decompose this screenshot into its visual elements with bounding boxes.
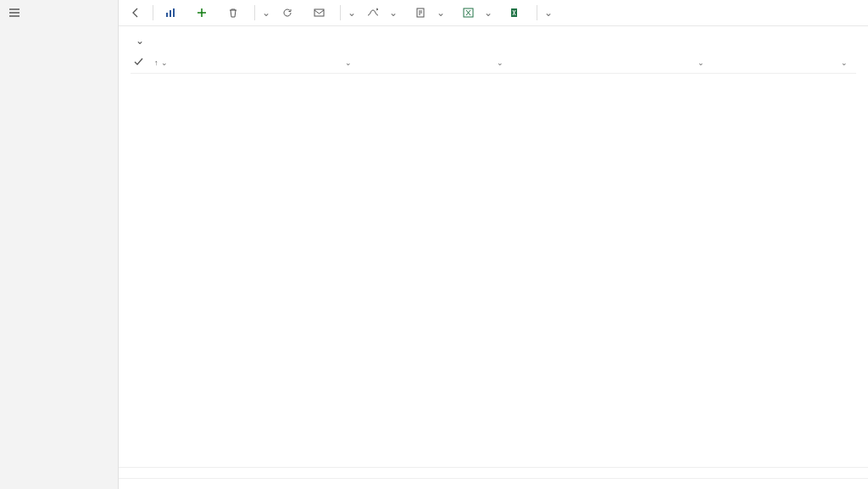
sidebar (0, 0, 119, 489)
delete-button[interactable] (221, 3, 249, 22)
grid: ↑ ⌄ ⌄ ⌄ ⌄ ⌄ (119, 52, 868, 467)
trash-icon (227, 7, 239, 19)
excel-icon (462, 7, 474, 19)
separator (340, 5, 341, 20)
chevron-down-icon: ⌄ (841, 58, 848, 67)
sort-asc-icon: ↑ (154, 58, 159, 67)
show-chart-button[interactable] (159, 3, 186, 22)
col-plan-name[interactable]: ↑ ⌄ (147, 58, 342, 67)
chart-icon (164, 7, 176, 19)
col-maintenance-type[interactable]: ⌄ (342, 58, 493, 67)
col-auto-create[interactable]: ⌄ (493, 58, 628, 67)
svg-rect-0 (166, 13, 168, 17)
new-button[interactable] (190, 3, 218, 22)
email-chevron-icon[interactable]: ⌄ (346, 7, 358, 19)
separator (254, 5, 255, 20)
run-report-button[interactable]: ⌄ (409, 3, 453, 22)
excel-export-icon (509, 7, 521, 19)
flow-button[interactable]: ⌄ (361, 3, 405, 22)
chevron-down-icon: ⌄ (345, 58, 352, 67)
chevron-down-icon: ⌄ (136, 35, 144, 47)
chevron-down-icon: ⌄ (387, 7, 399, 19)
export-excel-button[interactable] (504, 3, 531, 22)
chevron-down-icon: ⌄ (497, 58, 504, 67)
chevron-down-icon: ⌄ (482, 7, 494, 19)
svg-rect-3 (314, 9, 324, 16)
separator (537, 5, 537, 20)
col-duration[interactable]: ⌄ (628, 58, 730, 67)
grid-body[interactable] (131, 74, 856, 467)
chevron-down-icon: ⌄ (435, 7, 447, 19)
report-icon (415, 7, 426, 19)
email-link-button[interactable] (307, 3, 335, 22)
select-all-checkbox[interactable] (131, 58, 147, 67)
back-button[interactable] (124, 3, 147, 22)
command-bar: ⌄ ⌄ ⌄ ⌄ ⌄ ⌄ (119, 0, 868, 26)
main: ⌄ ⌄ ⌄ ⌄ ⌄ ⌄ (119, 0, 868, 489)
flow-icon (367, 7, 379, 19)
plus-icon (196, 7, 208, 19)
col-preparation-time[interactable]: ⌄ (730, 58, 856, 67)
chevron-down-icon: ⌄ (161, 58, 168, 67)
refresh-icon (281, 7, 293, 19)
svg-rect-2 (173, 8, 175, 17)
hamburger-icon (8, 7, 20, 19)
check-icon (134, 58, 143, 67)
delete-chevron-icon[interactable]: ⌄ (260, 7, 272, 19)
view-header[interactable]: ⌄ (119, 26, 868, 52)
back-arrow-icon (130, 7, 142, 19)
svg-rect-1 (170, 10, 171, 17)
sidebar-toggle[interactable] (0, 0, 118, 25)
export-chevron-icon[interactable]: ⌄ (542, 7, 554, 19)
excel-templates-button[interactable]: ⌄ (456, 3, 500, 22)
separator (153, 5, 153, 20)
chevron-down-icon: ⌄ (698, 58, 704, 67)
grid-header: ↑ ⌄ ⌄ ⌄ ⌄ ⌄ (131, 52, 856, 74)
footer-count (119, 478, 868, 489)
jump-bar (119, 467, 868, 478)
mail-icon (313, 7, 325, 19)
refresh-button[interactable] (275, 3, 303, 22)
